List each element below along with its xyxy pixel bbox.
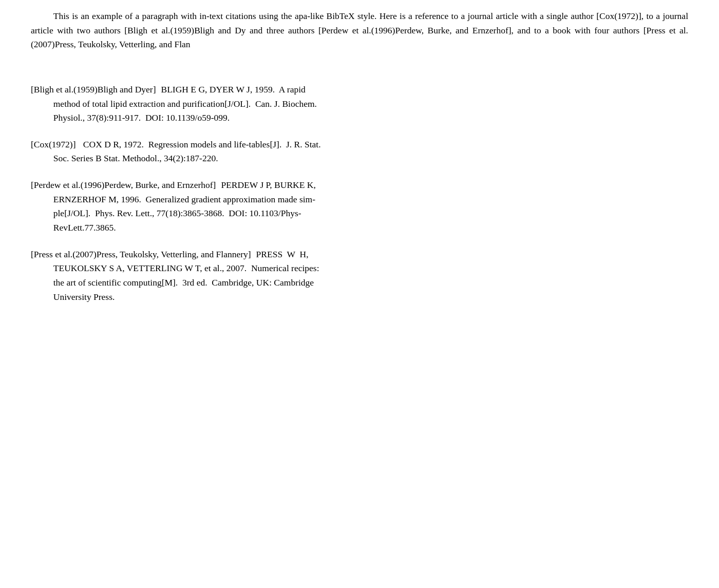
page: This is an example of a paragraph with i…: [0, 0, 719, 588]
ref-tag-cox: [Cox(1972)]: [31, 138, 75, 152]
reference-entry-perdew: [Perdew et al.(1996)Perdew, Burke, and E…: [31, 178, 688, 235]
reference-row-cox: [Cox(1972)] COX D R, 1972. Regression mo…: [31, 138, 688, 152]
ref-body-cox: COX D R, 1972. Regression models and lif…: [81, 138, 688, 152]
ref-tag-press: [Press et al.(2007)Press, Teukolsky, Vet…: [31, 248, 251, 262]
ref-body-press: PRESS W H,: [256, 248, 688, 262]
reference-entry-bligh: [Bligh et al.(1959)Bligh and Dyer] BLIGH…: [31, 83, 688, 125]
ref-continuation-bligh-2: Physiol., 37(8):911-917. DOI: 10.1139/o5…: [31, 111, 688, 125]
paragraph-section: This is an example of a paragraph with i…: [31, 9, 688, 52]
paragraph-text: This is an example of a paragraph with i…: [31, 9, 688, 52]
ref-body-bligh: BLIGH E G, DYER W J, 1959. A rapid: [161, 83, 689, 97]
ref-continuation-cox: Soc. Series B Stat. Methodol., 34(2):187…: [31, 151, 688, 166]
ref-continuation-perdew-1: ERNZERHOF M, 1996. Generalized gradient …: [31, 193, 688, 207]
ref-continuation-press-1: TEUKOLSKY S A, VETTERLING W T, et al., 2…: [31, 261, 688, 276]
reference-entry-cox: [Cox(1972)] COX D R, 1972. Regression mo…: [31, 138, 688, 166]
reference-row: [Bligh et al.(1959)Bligh and Dyer] BLIGH…: [31, 83, 688, 97]
ref-continuation-press-3: University Press.: [31, 290, 688, 305]
ref-continuation-bligh: method of total lipid extraction and pur…: [31, 97, 688, 111]
reference-row-perdew: [Perdew et al.(1996)Perdew, Burke, and E…: [31, 178, 688, 193]
ref-continuation-press-2: the art of scientific computing[M]. 3rd …: [31, 276, 688, 290]
ref-body-perdew: PERDEW J P, BURKE K,: [221, 178, 688, 193]
reference-entry-press: [Press et al.(2007)Press, Teukolsky, Vet…: [31, 248, 688, 305]
ref-continuation-perdew-3: RevLett.77.3865.: [31, 221, 688, 235]
ref-tag-bligh: [Bligh et al.(1959)Bligh and Dyer]: [31, 83, 156, 97]
reference-row-press: [Press et al.(2007)Press, Teukolsky, Vet…: [31, 248, 688, 262]
references-section: [Bligh et al.(1959)Bligh and Dyer] BLIGH…: [31, 83, 688, 304]
ref-tag-perdew: [Perdew et al.(1996)Perdew, Burke, and E…: [31, 178, 216, 193]
ref-continuation-perdew-2: ple[J/OL]. Phys. Rev. Lett., 77(18):3865…: [31, 206, 688, 221]
